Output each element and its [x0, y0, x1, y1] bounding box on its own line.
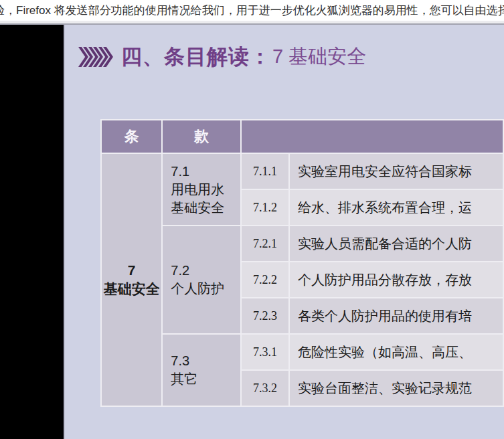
article-cell: 7 基础安全: [102, 154, 163, 407]
article-name: 基础安全: [104, 281, 160, 296]
page-content: 四、条目解读： 7 基础安全 条 款 7 基础安全 7.1 用电用水基础安全 7…: [0, 25, 504, 439]
table-row: 7 基础安全 7.1 用电用水基础安全 7.1.1 实验室用电安全应符合国家标: [102, 154, 504, 190]
clause-cell: 7.2 个人防护: [163, 226, 242, 335]
item-text: 实验人员需配备合适的个人防: [290, 226, 504, 262]
clause-cell: 7.3 其它: [163, 335, 242, 407]
item-number: 7.1.1: [242, 154, 290, 190]
item-text: 个人防护用品分散存放，存放: [290, 262, 504, 298]
item-text: 各类个人防护用品的使用有培: [290, 298, 504, 335]
item-number: 7.2.3: [242, 298, 290, 335]
item-number: 7.2.1: [242, 226, 290, 262]
item-number: 7.2.2: [242, 262, 290, 298]
slide-title-row: 四、条目解读： 7 基础安全: [78, 43, 366, 71]
notification-text: 验，Firefox 将发送部分功能的使用情况给我们，用于进一步优化火狐浏览器的易…: [0, 0, 504, 21]
item-text: 给水、排水系统布置合理，运: [290, 190, 504, 226]
clause-table: 条 款 7 基础安全 7.1 用电用水基础安全 7.1.1 实验室用电安全应符合…: [100, 119, 504, 407]
item-text: 实验台面整洁、实验记录规范: [290, 371, 504, 407]
slide-side-black-bar: [0, 25, 64, 439]
clause-cell: 7.1 用电用水基础安全: [163, 154, 242, 226]
table-header-row: 条 款: [102, 120, 504, 154]
clause-name: 个人防护: [171, 281, 224, 296]
item-text: 危险性实验（如高温、高压、: [290, 335, 504, 371]
slide-title-prefix: 四、条目解读：: [121, 43, 271, 71]
triple-chevron-icon: [78, 44, 113, 70]
item-number: 7.1.2: [242, 190, 290, 226]
browser-notification-bar[interactable]: 验，Firefox 将发送部分功能的使用情况给我们，用于进一步优化火狐浏览器的易…: [0, 0, 504, 21]
article-number: 7: [128, 262, 136, 278]
item-number: 7.3.1: [242, 335, 290, 371]
slide-title-topic: 7 基础安全: [272, 43, 366, 70]
clause-number: 7.1: [171, 164, 189, 179]
clause-number: 7.3: [171, 353, 189, 368]
clause-name: 用电用水基础安全: [171, 182, 224, 215]
clause-number: 7.2: [171, 263, 189, 278]
header-items: [242, 120, 504, 154]
header-article: 条: [102, 120, 163, 154]
header-clause: 款: [163, 120, 242, 154]
item-number: 7.3.2: [242, 371, 290, 407]
item-text: 实验室用电安全应符合国家标: [290, 154, 504, 190]
clause-name: 其它: [171, 371, 197, 386]
